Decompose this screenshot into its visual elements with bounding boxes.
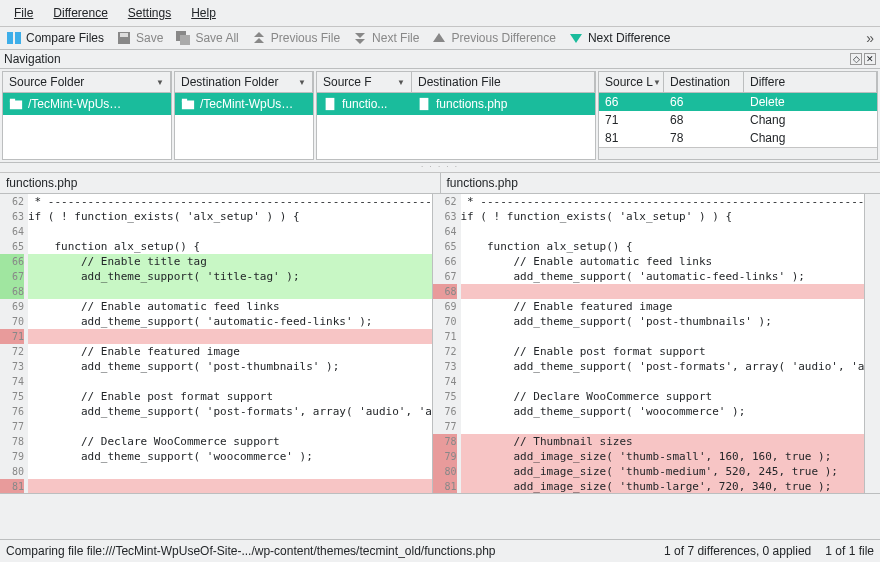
left-editor-title: functions.php — [0, 173, 441, 193]
svg-rect-16 — [326, 98, 335, 110]
svg-marker-9 — [355, 39, 365, 44]
diff-row[interactable]: 7168Chang — [599, 111, 877, 129]
right-editor[interactable]: 6263646566676869707172737475767778798081… — [433, 194, 865, 493]
col-diff[interactable]: Differe — [744, 72, 877, 92]
next-file-button[interactable]: Next File — [352, 30, 419, 46]
folder-icon — [9, 97, 23, 111]
dest-folder-row[interactable]: /TecMint-WpUs… — [175, 93, 313, 115]
svg-rect-17 — [420, 98, 429, 110]
navigation-title: Navigation — [4, 52, 61, 66]
source-folder-row[interactable]: /TecMint-WpUs… — [3, 93, 171, 115]
save-button[interactable]: Save — [116, 30, 163, 46]
col-source-folder[interactable]: Source Folder▼ — [3, 72, 171, 92]
prev-file-button[interactable]: Previous File — [251, 30, 340, 46]
menu-file[interactable]: File — [4, 2, 43, 24]
svg-rect-1 — [15, 32, 21, 44]
up-triangle-icon — [431, 30, 447, 46]
menu-settings[interactable]: Settings — [118, 2, 181, 24]
file-icon — [323, 97, 337, 111]
diff-row[interactable]: 8178Chang — [599, 129, 877, 147]
col-dest-folder[interactable]: Destination Folder▼ — [175, 72, 313, 92]
save-all-button[interactable]: Save All — [175, 30, 238, 46]
toolbar-overflow[interactable]: » — [866, 30, 874, 46]
down-double-icon — [352, 30, 368, 46]
svg-rect-5 — [180, 35, 190, 45]
svg-marker-11 — [570, 34, 582, 43]
editor-titles: functions.php functions.php — [0, 173, 880, 194]
navigation-close-button[interactable]: ✕ — [864, 53, 876, 65]
up-double-icon — [251, 30, 267, 46]
diff-editors: 6263646566676869707172737475767778798081… — [0, 194, 880, 494]
next-diff-button[interactable]: Next Difference — [568, 30, 670, 46]
col-dest-line[interactable]: Destination — [664, 72, 744, 92]
right-editor-title: functions.php — [441, 173, 881, 193]
status-main: Comparing file file:///TecMint-WpUseOf-S… — [6, 544, 496, 558]
left-editor[interactable]: 6263646566676869707172737475767778798081… — [0, 194, 433, 493]
svg-rect-13 — [10, 99, 15, 103]
compare-files-button[interactable]: Compare Files — [6, 30, 104, 46]
navigation-header: Navigation ◇ ✕ — [0, 50, 880, 69]
status-files: 1 of 1 file — [825, 544, 874, 558]
file-icon — [417, 97, 431, 111]
compare-icon — [6, 30, 22, 46]
svg-marker-10 — [433, 33, 445, 42]
col-dest-file[interactable]: Destination File — [412, 72, 595, 92]
navigation-detach-button[interactable]: ◇ — [850, 53, 862, 65]
splitter[interactable]: · · · · · — [0, 163, 880, 173]
save-icon — [116, 30, 132, 46]
down-triangle-icon — [568, 30, 584, 46]
prev-diff-button[interactable]: Previous Difference — [431, 30, 556, 46]
h-scrollbar[interactable] — [599, 147, 877, 159]
toolbar: Compare Files Save Save All Previous Fil… — [0, 27, 880, 50]
menu-help[interactable]: Help — [181, 2, 226, 24]
svg-marker-7 — [254, 38, 264, 43]
svg-rect-0 — [7, 32, 13, 44]
col-source-file[interactable]: Source F▼ — [317, 72, 412, 92]
navigation-panel: Source Folder▼ /TecMint-WpUs… Destinatio… — [0, 69, 880, 163]
col-source-line[interactable]: Source L▼ — [599, 72, 664, 92]
svg-rect-3 — [120, 33, 128, 37]
save-all-icon — [175, 30, 191, 46]
svg-marker-6 — [254, 32, 264, 37]
svg-rect-15 — [182, 99, 187, 103]
menubar: File Difference Settings Help — [0, 0, 880, 27]
status-diffs: 1 of 7 differences, 0 applied — [664, 544, 811, 558]
svg-marker-8 — [355, 33, 365, 38]
menu-difference[interactable]: Difference — [43, 2, 117, 24]
folder-icon — [181, 97, 195, 111]
file-row[interactable]: functio... functions.php — [317, 93, 595, 115]
diff-row[interactable]: 6666Delete — [599, 93, 877, 111]
minimap[interactable] — [864, 194, 880, 493]
statusbar: Comparing file file:///TecMint-WpUseOf-S… — [0, 539, 880, 562]
